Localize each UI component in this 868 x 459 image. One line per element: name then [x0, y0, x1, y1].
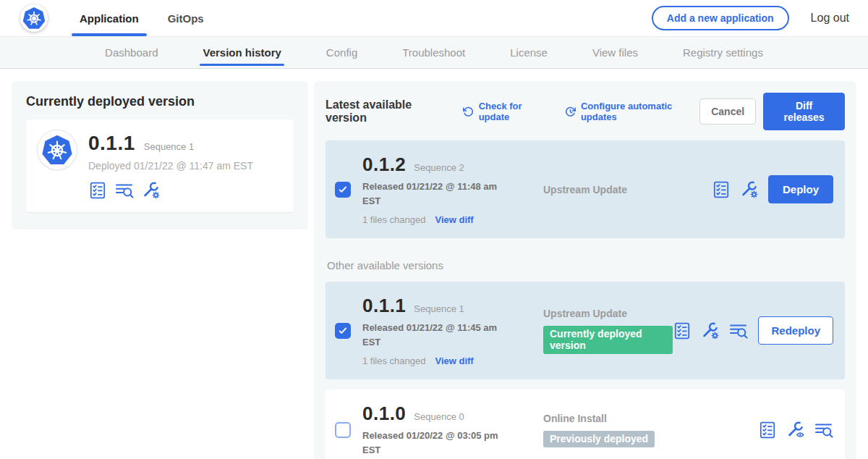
previously-deployed-badge: Previously deployed	[543, 431, 655, 447]
released-timestamp: Released 01/20/22 @ 03:05 pm EST	[362, 429, 498, 457]
deployed-version-info: 0.1.1 Sequence 1 Deployed 01/21/22 @ 11:…	[88, 130, 253, 200]
version-info: 0.1.1 Sequence 1 Released 01/21/22 @ 11:…	[362, 295, 513, 366]
available-panel-title: Latest available version	[326, 98, 446, 125]
view-diff-link[interactable]: View diff	[435, 214, 473, 225]
tab-gitops-label: GitOps	[168, 12, 204, 25]
view-config-icon[interactable]	[786, 421, 805, 439]
released-timestamp: Released 01/21/22 @ 11:48 am EST	[362, 180, 498, 208]
version-row-0-1-1: 0.1.1 Sequence 1 Released 01/21/22 @ 11:…	[326, 282, 845, 379]
configure-automatic-updates-label: Configure automatic updates	[581, 101, 699, 122]
files-changed-label: 1 files changed	[362, 355, 425, 366]
version-actions	[758, 421, 833, 439]
deployed-version-number: 0.1.1	[88, 132, 135, 155]
add-application-button[interactable]: Add a new application	[652, 6, 789, 30]
tab-application[interactable]: Application	[65, 0, 153, 36]
deployed-version-card: 0.1.1 Sequence 1 Deployed 01/21/22 @ 11:…	[26, 119, 294, 212]
logout-link[interactable]: Log out	[811, 12, 849, 25]
refresh-icon	[462, 106, 475, 118]
source-label: Online Install	[543, 413, 758, 424]
sequence-label: Sequence 2	[414, 162, 464, 173]
deploy-logs-icon[interactable]	[729, 321, 748, 340]
version-number: 0.1.1	[362, 295, 406, 317]
subnav-config[interactable]: Config	[326, 37, 357, 68]
version-actions: Deploy	[712, 175, 833, 203]
configure-automatic-updates-link[interactable]: Configure automatic updates	[564, 101, 699, 122]
version-number: 0.1.0	[362, 403, 406, 425]
currently-deployed-panel: Currently deployed version 0.1.1 Sequenc…	[12, 81, 308, 230]
checkmark-icon	[338, 185, 348, 195]
deploy-button[interactable]: Deploy	[768, 175, 833, 203]
version-info: 0.1.0 Sequence 0 Released 01/20/22 @ 03:…	[362, 403, 513, 457]
check-for-update-label: Check for update	[479, 101, 548, 122]
check-for-update-link[interactable]: Check for update	[462, 101, 548, 122]
available-versions-panel: Latest available version Check for updat…	[314, 81, 856, 459]
subnav-dashboard[interactable]: Dashboard	[105, 37, 158, 68]
preflight-checks-icon[interactable]	[673, 321, 692, 340]
sequence-label: Sequence 1	[414, 303, 464, 314]
version-source: Upstream Update Currently deployed versi…	[513, 308, 673, 354]
files-changed-label: 1 files changed	[362, 214, 425, 225]
available-panel-header: Latest available version Check for updat…	[326, 93, 845, 130]
preflight-checks-icon[interactable]	[758, 421, 777, 439]
deployed-panel-title: Currently deployed version	[26, 94, 294, 109]
subnav-license[interactable]: License	[510, 37, 548, 68]
version-source: Upstream Update	[513, 184, 712, 195]
deployed-sequence-label: Sequence 1	[144, 141, 194, 152]
source-label: Upstream Update	[543, 308, 673, 319]
version-row-0-1-0: 0.1.0 Sequence 0 Released 01/20/22 @ 03:…	[326, 389, 845, 459]
tab-application-label: Application	[80, 12, 139, 25]
edit-config-icon[interactable]	[142, 181, 161, 200]
redeploy-button[interactable]: Redeploy	[758, 316, 833, 345]
source-label: Upstream Update	[543, 184, 712, 195]
tab-gitops[interactable]: GitOps	[153, 0, 218, 36]
subnav-troubleshoot[interactable]: Troubleshoot	[402, 37, 465, 68]
version-source: Online Install Previously deployed	[513, 413, 758, 447]
diff-releases-button[interactable]: Diff releases	[763, 93, 845, 130]
other-versions-title: Other available versions	[327, 259, 845, 271]
version-info: 0.1.2 Sequence 2 Released 01/21/22 @ 11:…	[362, 153, 513, 225]
deployed-timestamp: Deployed 01/21/22 @ 11:47 am EST	[88, 160, 253, 172]
subnav-registry-settings[interactable]: Registry settings	[683, 37, 763, 68]
preflight-checks-icon[interactable]	[712, 180, 731, 199]
currently-deployed-badge: Currently deployed version	[543, 326, 673, 354]
deploy-logs-icon[interactable]	[814, 421, 833, 439]
top-nav-tabs: Application GitOps	[65, 0, 218, 36]
version-actions: Redeploy	[673, 316, 833, 345]
version-checkbox[interactable]	[335, 182, 351, 198]
main-content: Currently deployed version 0.1.1 Sequenc…	[0, 69, 868, 459]
cancel-button[interactable]: Cancel	[699, 98, 756, 125]
version-row-0-1-2: 0.1.2 Sequence 2 Released 01/21/22 @ 11:…	[326, 140, 845, 238]
deploy-logs-icon[interactable]	[115, 181, 134, 200]
edit-config-icon[interactable]	[701, 321, 720, 340]
top-nav: Application GitOps Add a new application…	[0, 0, 868, 36]
kubernetes-logo-icon	[20, 4, 48, 32]
clock-refresh-icon	[564, 106, 576, 118]
version-checkbox[interactable]	[335, 323, 351, 339]
app-logo-icon	[38, 130, 77, 169]
preflight-checks-icon[interactable]	[88, 181, 107, 200]
app-sub-nav: Dashboard Version history Config Trouble…	[0, 36, 868, 69]
released-timestamp: Released 01/21/22 @ 11:45 am EST	[362, 321, 498, 349]
version-checkbox[interactable]	[335, 422, 351, 438]
edit-config-icon[interactable]	[740, 180, 759, 199]
checkmark-icon	[338, 326, 348, 336]
view-diff-link[interactable]: View diff	[435, 355, 473, 366]
subnav-version-history[interactable]: Version history	[203, 37, 281, 68]
subnav-view-files[interactable]: View files	[592, 37, 638, 68]
sequence-label: Sequence 0	[414, 411, 464, 422]
version-number: 0.1.2	[362, 153, 406, 176]
